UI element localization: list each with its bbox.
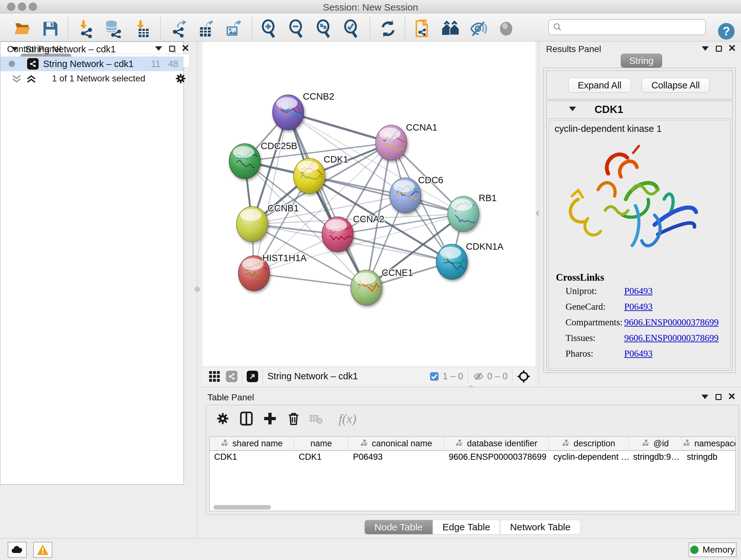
results-button-bar: Expand All Collapse All bbox=[546, 71, 733, 99]
results-panel: Results Panel String Expand All Collapse… bbox=[539, 42, 741, 387]
column-header-name[interactable]: name bbox=[294, 437, 348, 450]
annotations-icon[interactable] bbox=[412, 18, 433, 39]
export-network-icon[interactable] bbox=[169, 18, 189, 39]
cloud-button[interactable] bbox=[8, 542, 27, 558]
selected-checkbox-icon[interactable] bbox=[429, 371, 440, 381]
crosslink-link[interactable]: P06493 bbox=[624, 301, 653, 312]
birdseye-grid-icon[interactable] bbox=[208, 370, 221, 383]
fit-content-icon[interactable] bbox=[314, 18, 334, 39]
table-panel-float-icon[interactable] bbox=[716, 394, 722, 400]
warnings-button[interactable] bbox=[33, 542, 52, 558]
table-cell[interactable]: CDK1 bbox=[210, 451, 294, 464]
search-input[interactable] bbox=[562, 22, 696, 32]
open-session-icon[interactable] bbox=[12, 18, 32, 39]
table-cell[interactable]: CDK1 bbox=[294, 451, 348, 464]
control-panel: Control Panel NetworkStyleSelectSets 1 o… bbox=[0, 42, 197, 538]
column-header-shared-name[interactable]: shared name bbox=[210, 437, 294, 450]
selected-counts: 1 – 0 bbox=[443, 371, 463, 381]
table-panel-title: Table Panel bbox=[207, 392, 254, 402]
edge-CCNB2-CCNA1[interactable] bbox=[288, 112, 391, 143]
results-panel-float-icon[interactable] bbox=[716, 46, 722, 52]
tab-network-table[interactable]: Network Table bbox=[500, 520, 581, 535]
node-CCNA1[interactable]: CCNA1 bbox=[376, 122, 437, 160]
hidden-eye-icon[interactable] bbox=[473, 371, 484, 381]
node-CDKN1A[interactable]: CDKN1A bbox=[436, 241, 503, 279]
export-table-icon[interactable] bbox=[196, 18, 216, 39]
tab-edge-table[interactable]: Edge Table bbox=[433, 520, 500, 535]
table-cell[interactable]: 9606.ENSP00000378699 bbox=[444, 451, 549, 464]
collection-expand-icon[interactable] bbox=[11, 47, 18, 51]
table-cell[interactable]: stringdb bbox=[682, 451, 736, 464]
string-network-icon bbox=[27, 58, 39, 70]
zoom-in-icon[interactable] bbox=[259, 18, 280, 39]
open-in-new-icon[interactable] bbox=[247, 371, 258, 382]
edge-CCNB2-HIST1H1A[interactable] bbox=[254, 112, 288, 273]
network-options-gear-icon[interactable] bbox=[174, 72, 187, 85]
export-image-icon[interactable] bbox=[223, 18, 244, 39]
network-view-title: String Network – cdk1 bbox=[267, 371, 358, 381]
column-header-namespace[interactable]: namespace bbox=[682, 437, 736, 450]
results-tab-string[interactable]: String bbox=[621, 54, 662, 68]
table-cell[interactable]: P06493 bbox=[348, 451, 444, 464]
edge-HIST1H1A-CCNE1[interactable] bbox=[254, 273, 366, 288]
crosslink-label: GeneCard: bbox=[565, 301, 624, 312]
refresh-icon[interactable] bbox=[378, 18, 398, 39]
import-network-file-icon[interactable] bbox=[76, 18, 96, 39]
crosslink-label: Uniprot: bbox=[565, 286, 624, 296]
memory-button[interactable]: Memory bbox=[689, 543, 737, 557]
table-delete-column-icon[interactable] bbox=[285, 410, 302, 428]
table-add-column-icon[interactable] bbox=[261, 410, 279, 428]
gene-header[interactable]: CDK1 bbox=[547, 101, 732, 119]
table-panel-collapse-icon[interactable] bbox=[701, 395, 709, 399]
table-row[interactable]: CDK1CDK1P064939606.ENSP00000378699cyclin… bbox=[210, 451, 735, 464]
import-table-file-icon[interactable] bbox=[131, 18, 152, 39]
search-field[interactable] bbox=[548, 19, 706, 35]
node-CDC25B[interactable]: CDC25B bbox=[229, 141, 297, 179]
network-collection-row[interactable]: String Network – cdk1 1 bbox=[0, 42, 184, 57]
gene-collapse-icon[interactable] bbox=[569, 107, 576, 111]
column-header-description[interactable]: description bbox=[549, 437, 629, 450]
collapse-all-button[interactable]: Collapse All bbox=[642, 78, 710, 92]
node-HIST1H1A[interactable]: HIST1H1A bbox=[239, 253, 307, 291]
network-canvas[interactable]: CCNB2CCNA1CDC25BCDK1CDC6RB1CCNB1CCNA2CDK… bbox=[202, 42, 536, 367]
table-header-row: shared namenamecanonical namedatabase id… bbox=[210, 437, 735, 451]
gene-description: cyclin-dependent kinase 1 bbox=[555, 124, 662, 134]
import-network-database-icon[interactable] bbox=[103, 18, 123, 39]
first-neighbors-icon[interactable] bbox=[441, 18, 461, 39]
node-RB1[interactable]: RB1 bbox=[448, 193, 496, 232]
table-horizontal-scrollbar[interactable] bbox=[213, 505, 271, 509]
zoom-out-icon[interactable] bbox=[286, 18, 307, 39]
show-hide-graphics-icon[interactable] bbox=[468, 18, 489, 39]
table-panel-close-icon[interactable] bbox=[729, 393, 735, 401]
column-header-database-identifier[interactable]: database identifier bbox=[444, 437, 549, 450]
fit-selected-crosshair-icon[interactable] bbox=[517, 370, 530, 383]
node-label-CDKN1A: CDKN1A bbox=[466, 241, 503, 252]
table-cell[interactable]: cyclin-dependent … bbox=[549, 451, 629, 464]
node-CCNE1[interactable]: CCNE1 bbox=[351, 267, 413, 305]
help-button[interactable]: ? bbox=[718, 23, 735, 40]
eye-icon[interactable] bbox=[496, 18, 516, 39]
results-panel-collapse-icon[interactable] bbox=[702, 46, 709, 51]
column-header--id[interactable]: @id bbox=[629, 437, 682, 450]
crosslink-link[interactable]: 9606.ENSP00000378699 bbox=[624, 317, 719, 327]
toolbar-separator bbox=[252, 17, 252, 38]
crosslink-link[interactable]: P06493 bbox=[624, 286, 653, 296]
network-view-toolbar: String Network – cdk1 1 – 0 0 – 0 bbox=[202, 367, 536, 386]
network-row-selected[interactable]: String Network – cdk1 11 48 bbox=[0, 57, 184, 71]
tab-node-table[interactable]: Node Table bbox=[364, 520, 432, 535]
shared-column-icon bbox=[360, 439, 368, 449]
expand-all-button[interactable]: Expand All bbox=[568, 78, 631, 92]
zoom-selected-icon[interactable] bbox=[341, 18, 362, 39]
network-list: String Network – cdk1 1 String Network –… bbox=[0, 42, 184, 485]
table-columns-icon[interactable] bbox=[238, 410, 255, 428]
shared-column-icon bbox=[642, 439, 650, 449]
table-gear-icon[interactable] bbox=[214, 410, 232, 428]
table-cell[interactable]: stringdb:9… bbox=[629, 451, 682, 464]
crosslink-link[interactable]: P06493 bbox=[624, 348, 653, 359]
results-panel-close-icon[interactable] bbox=[729, 45, 735, 52]
save-session-icon[interactable] bbox=[40, 18, 61, 39]
network-share-icon[interactable] bbox=[226, 371, 238, 382]
column-header-canonical-name[interactable]: canonical name bbox=[348, 437, 444, 450]
cytoscape-window: Session: New Session bbox=[0, 0, 741, 560]
crosslink-link[interactable]: 9606.ENSP00000378699 bbox=[624, 333, 719, 343]
